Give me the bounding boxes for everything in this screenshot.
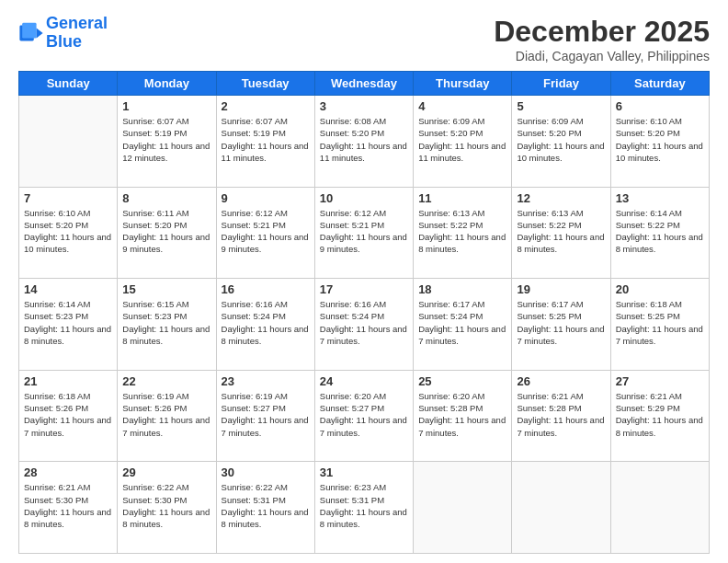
day-info: Sunrise: 6:08 AM Sunset: 5:20 PM Dayligh… bbox=[320, 115, 408, 164]
day-cell: 31Sunrise: 6:23 AM Sunset: 5:31 PM Dayli… bbox=[314, 462, 413, 554]
day-number: 25 bbox=[418, 374, 506, 388]
day-cell: 28Sunrise: 6:21 AM Sunset: 5:30 PM Dayli… bbox=[19, 462, 118, 554]
day-cell: 2Sunrise: 6:07 AM Sunset: 5:19 PM Daylig… bbox=[216, 96, 314, 188]
week-row-1: 7Sunrise: 6:10 AM Sunset: 5:20 PM Daylig… bbox=[19, 187, 710, 279]
day-cell: 12Sunrise: 6:13 AM Sunset: 5:22 PM Dayli… bbox=[512, 187, 610, 279]
day-cell: 15Sunrise: 6:15 AM Sunset: 5:23 PM Dayli… bbox=[118, 279, 216, 371]
svg-marker-2 bbox=[37, 28, 43, 38]
day-info: Sunrise: 6:12 AM Sunset: 5:21 PM Dayligh… bbox=[222, 207, 310, 256]
day-info: Sunrise: 6:11 AM Sunset: 5:20 PM Dayligh… bbox=[122, 207, 210, 256]
day-cell bbox=[414, 462, 512, 554]
day-cell: 30Sunrise: 6:22 AM Sunset: 5:31 PM Dayli… bbox=[216, 462, 314, 554]
day-info: Sunrise: 6:07 AM Sunset: 5:19 PM Dayligh… bbox=[122, 115, 210, 164]
day-number: 2 bbox=[222, 99, 310, 113]
day-cell: 25Sunrise: 6:20 AM Sunset: 5:28 PM Dayli… bbox=[414, 370, 512, 462]
day-header-sunday: Sunday bbox=[19, 72, 118, 96]
day-info: Sunrise: 6:17 AM Sunset: 5:24 PM Dayligh… bbox=[418, 298, 506, 347]
day-cell: 18Sunrise: 6:17 AM Sunset: 5:24 PM Dayli… bbox=[414, 279, 512, 371]
day-number: 16 bbox=[222, 282, 310, 296]
day-info: Sunrise: 6:10 AM Sunset: 5:20 PM Dayligh… bbox=[24, 207, 112, 256]
day-info: Sunrise: 6:23 AM Sunset: 5:31 PM Dayligh… bbox=[320, 481, 408, 530]
day-number: 13 bbox=[616, 191, 704, 205]
day-info: Sunrise: 6:12 AM Sunset: 5:21 PM Dayligh… bbox=[320, 207, 408, 256]
day-cell: 23Sunrise: 6:19 AM Sunset: 5:27 PM Dayli… bbox=[216, 370, 314, 462]
day-header-saturday: Saturday bbox=[610, 72, 709, 96]
day-number: 28 bbox=[24, 465, 112, 479]
week-row-2: 14Sunrise: 6:14 AM Sunset: 5:23 PM Dayli… bbox=[19, 279, 710, 371]
day-number: 1 bbox=[122, 99, 210, 113]
day-cell: 21Sunrise: 6:18 AM Sunset: 5:26 PM Dayli… bbox=[19, 370, 118, 462]
day-cell: 20Sunrise: 6:18 AM Sunset: 5:25 PM Dayli… bbox=[610, 279, 709, 371]
day-number: 8 bbox=[122, 191, 210, 205]
day-number: 27 bbox=[616, 374, 704, 388]
day-number: 4 bbox=[418, 99, 506, 113]
main-title: December 2025 bbox=[494, 15, 710, 49]
page: General Blue December 2025 Diadi, Cagaya… bbox=[0, 0, 728, 563]
day-cell: 24Sunrise: 6:20 AM Sunset: 5:27 PM Dayli… bbox=[314, 370, 413, 462]
day-cell: 13Sunrise: 6:14 AM Sunset: 5:22 PM Dayli… bbox=[610, 187, 709, 279]
day-info: Sunrise: 6:16 AM Sunset: 5:24 PM Dayligh… bbox=[320, 298, 408, 347]
day-number: 22 bbox=[122, 374, 210, 388]
day-cell: 4Sunrise: 6:09 AM Sunset: 5:20 PM Daylig… bbox=[414, 96, 512, 188]
day-cell: 29Sunrise: 6:22 AM Sunset: 5:30 PM Dayli… bbox=[118, 462, 216, 554]
day-info: Sunrise: 6:14 AM Sunset: 5:22 PM Dayligh… bbox=[616, 207, 704, 256]
day-number: 6 bbox=[616, 99, 704, 113]
day-cell: 14Sunrise: 6:14 AM Sunset: 5:23 PM Dayli… bbox=[19, 279, 118, 371]
day-header-thursday: Thursday bbox=[414, 72, 512, 96]
week-row-0: 1Sunrise: 6:07 AM Sunset: 5:19 PM Daylig… bbox=[19, 96, 710, 188]
day-cell: 10Sunrise: 6:12 AM Sunset: 5:21 PM Dayli… bbox=[314, 187, 413, 279]
day-cell bbox=[512, 462, 610, 554]
header: General Blue December 2025 Diadi, Cagaya… bbox=[18, 15, 710, 63]
day-number: 31 bbox=[320, 465, 408, 479]
day-number: 30 bbox=[222, 465, 310, 479]
title-block: December 2025 Diadi, Cagayan Valley, Phi… bbox=[494, 15, 710, 63]
day-header-tuesday: Tuesday bbox=[216, 72, 314, 96]
day-info: Sunrise: 6:21 AM Sunset: 5:30 PM Dayligh… bbox=[24, 481, 112, 530]
day-cell: 17Sunrise: 6:16 AM Sunset: 5:24 PM Dayli… bbox=[314, 279, 413, 371]
day-info: Sunrise: 6:13 AM Sunset: 5:22 PM Dayligh… bbox=[517, 207, 605, 256]
day-cell: 11Sunrise: 6:13 AM Sunset: 5:22 PM Dayli… bbox=[414, 187, 512, 279]
calendar-header-row: SundayMondayTuesdayWednesdayThursdayFrid… bbox=[19, 72, 710, 96]
day-number: 3 bbox=[320, 99, 408, 113]
day-info: Sunrise: 6:22 AM Sunset: 5:31 PM Dayligh… bbox=[222, 481, 310, 530]
day-number: 21 bbox=[24, 374, 112, 388]
day-info: Sunrise: 6:22 AM Sunset: 5:30 PM Dayligh… bbox=[122, 481, 210, 530]
day-info: Sunrise: 6:18 AM Sunset: 5:26 PM Dayligh… bbox=[24, 390, 112, 439]
day-cell: 9Sunrise: 6:12 AM Sunset: 5:21 PM Daylig… bbox=[216, 187, 314, 279]
day-cell: 19Sunrise: 6:17 AM Sunset: 5:25 PM Dayli… bbox=[512, 279, 610, 371]
day-info: Sunrise: 6:07 AM Sunset: 5:19 PM Dayligh… bbox=[222, 115, 310, 164]
day-info: Sunrise: 6:13 AM Sunset: 5:22 PM Dayligh… bbox=[418, 207, 506, 256]
logo: General Blue bbox=[18, 15, 108, 52]
day-number: 12 bbox=[517, 191, 605, 205]
day-info: Sunrise: 6:14 AM Sunset: 5:23 PM Dayligh… bbox=[24, 298, 112, 347]
day-number: 26 bbox=[517, 374, 605, 388]
day-cell: 1Sunrise: 6:07 AM Sunset: 5:19 PM Daylig… bbox=[118, 96, 216, 188]
calendar-table: SundayMondayTuesdayWednesdayThursdayFrid… bbox=[18, 71, 710, 554]
day-number: 5 bbox=[517, 99, 605, 113]
day-info: Sunrise: 6:10 AM Sunset: 5:20 PM Dayligh… bbox=[616, 115, 704, 164]
day-info: Sunrise: 6:15 AM Sunset: 5:23 PM Dayligh… bbox=[122, 298, 210, 347]
day-number: 23 bbox=[222, 374, 310, 388]
day-cell: 22Sunrise: 6:19 AM Sunset: 5:26 PM Dayli… bbox=[118, 370, 216, 462]
day-cell: 3Sunrise: 6:08 AM Sunset: 5:20 PM Daylig… bbox=[314, 96, 413, 188]
logo-line2: Blue bbox=[46, 32, 82, 51]
day-info: Sunrise: 6:19 AM Sunset: 5:26 PM Dayligh… bbox=[122, 390, 210, 439]
day-number: 9 bbox=[222, 191, 310, 205]
day-info: Sunrise: 6:17 AM Sunset: 5:25 PM Dayligh… bbox=[517, 298, 605, 347]
logo-line1: General bbox=[46, 14, 108, 32]
day-cell: 5Sunrise: 6:09 AM Sunset: 5:20 PM Daylig… bbox=[512, 96, 610, 188]
day-info: Sunrise: 6:16 AM Sunset: 5:24 PM Dayligh… bbox=[222, 298, 310, 347]
day-cell: 8Sunrise: 6:11 AM Sunset: 5:20 PM Daylig… bbox=[118, 187, 216, 279]
day-number: 11 bbox=[418, 191, 506, 205]
day-number: 24 bbox=[320, 374, 408, 388]
day-info: Sunrise: 6:18 AM Sunset: 5:25 PM Dayligh… bbox=[616, 298, 704, 347]
day-number: 17 bbox=[320, 282, 408, 296]
svg-rect-1 bbox=[22, 23, 36, 39]
week-row-3: 21Sunrise: 6:18 AM Sunset: 5:26 PM Dayli… bbox=[19, 370, 710, 462]
day-cell: 6Sunrise: 6:10 AM Sunset: 5:20 PM Daylig… bbox=[610, 96, 709, 188]
day-cell: 26Sunrise: 6:21 AM Sunset: 5:28 PM Dayli… bbox=[512, 370, 610, 462]
day-info: Sunrise: 6:19 AM Sunset: 5:27 PM Dayligh… bbox=[222, 390, 310, 439]
day-info: Sunrise: 6:09 AM Sunset: 5:20 PM Dayligh… bbox=[418, 115, 506, 164]
day-cell bbox=[610, 462, 709, 554]
week-row-4: 28Sunrise: 6:21 AM Sunset: 5:30 PM Dayli… bbox=[19, 462, 710, 554]
